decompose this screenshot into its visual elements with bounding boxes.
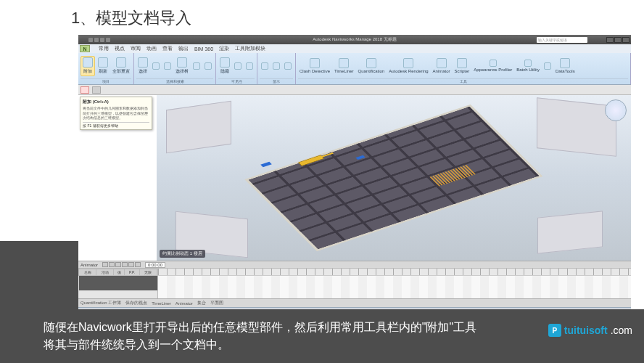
clash-detective-button[interactable]: Clash Detective (298, 57, 331, 74)
panel-tab[interactable]: 平面图 (210, 300, 223, 306)
compare-icon (544, 62, 551, 70)
tooltip-body: 将当前文件中的几何图形和数据添加到当前打开的三维模型，以便创建包含保留层次结构信… (83, 106, 149, 121)
save-selection-button[interactable] (151, 62, 161, 70)
docked-panel-tabs: Quantification 工作簿 保存的视点 TimeLiner Anima… (78, 298, 631, 307)
play-fwd-button[interactable] (128, 262, 134, 267)
btn-label: Autodesk Rendering (389, 69, 428, 73)
animator-tree[interactable]: 名称 活动 循 P.P. 无限 (78, 269, 158, 298)
hide-button[interactable]: 隐藏 (218, 57, 231, 76)
ribbon-tab[interactable]: 视点 (115, 45, 125, 52)
quick-props-button[interactable] (271, 62, 281, 70)
play-play-button[interactable] (122, 262, 128, 267)
appear-icon (490, 60, 497, 67)
col-header[interactable]: 无限 (139, 269, 157, 276)
3d-viewport[interactable]: 约束比例动态 1 楼层 (157, 95, 631, 261)
qat-btn[interactable] (94, 38, 99, 42)
ribbon-tab[interactable]: 审阅 (131, 45, 141, 52)
col-header[interactable]: 活动 (96, 269, 114, 276)
ribbon-tab[interactable]: 渲染 (219, 45, 229, 52)
building-block (537, 211, 603, 254)
play-end-button[interactable] (135, 262, 141, 267)
select-same-button[interactable] (162, 62, 173, 70)
panel-tab[interactable]: 保存的视点 (125, 300, 147, 306)
require-button[interactable] (233, 62, 243, 70)
watermark-logo: P (548, 324, 561, 337)
maximize-button[interactable] (614, 37, 622, 43)
btn-label: 选择 (139, 68, 147, 75)
slide-dark-left-band (0, 241, 78, 309)
links-button[interactable] (260, 62, 270, 70)
animator-timeline[interactable] (158, 269, 631, 298)
ribbon-tab[interactable]: BIM 360 (194, 46, 213, 52)
tooltip-title: 附加 (Ctrl+A) (83, 99, 149, 105)
playback-controls[interactable] (102, 262, 141, 267)
watermark-brand: tuituisoft (564, 325, 608, 336)
panel-tab[interactable]: Animator (176, 301, 193, 306)
group-label: 选择和搜索 (136, 78, 213, 83)
link-icon (261, 62, 268, 70)
quick-access-toolbar[interactable] (88, 38, 110, 42)
ribbon-tab[interactable]: 工具附加模块 (235, 45, 265, 52)
watermark-suffix: .com (611, 325, 632, 336)
properties-button[interactable] (283, 62, 293, 70)
panel-tab[interactable]: 集合 (197, 300, 206, 306)
col-header[interactable]: P.P. (125, 269, 140, 276)
ribbon-tab[interactable]: 查看 (162, 45, 173, 52)
timeline-ruler[interactable] (158, 269, 631, 276)
panel-tab[interactable]: Quantification 工作簿 (80, 300, 121, 306)
reset-all-button[interactable]: 全部重置 (111, 57, 131, 76)
select-button[interactable]: 选择 (136, 57, 149, 76)
help-search-input[interactable]: 输入关键字或短语 (537, 37, 587, 43)
ribbon-tab[interactable]: 动画 (146, 45, 157, 52)
navigation-wheel[interactable] (605, 99, 627, 121)
compare-button[interactable] (542, 62, 553, 70)
group-label: 可见性 (218, 78, 255, 83)
col-header[interactable]: 循 (114, 269, 125, 276)
quantification-button[interactable]: Quantification (356, 57, 386, 74)
qat-btn[interactable] (88, 38, 93, 42)
app-menu-button[interactable]: N (80, 45, 90, 52)
ribbon-tab[interactable]: 常用 (99, 45, 109, 52)
scripter-button[interactable]: Scripter (453, 57, 471, 74)
ribbon-group-tools: Clash Detective TimeLiner Quantification… (296, 53, 631, 84)
qat-btn[interactable] (106, 38, 110, 42)
batch-utility-button[interactable]: Batch Utility (515, 59, 541, 73)
animator-panel-title: Animator (80, 263, 98, 267)
refresh-button[interactable]: 刷新 (96, 57, 110, 76)
play-back-button[interactable] (109, 262, 115, 267)
append-icon (83, 57, 93, 68)
ribbon-tab[interactable]: 输出 (178, 45, 189, 52)
clash-icon (310, 58, 320, 68)
play-rewind-button[interactable] (102, 262, 108, 267)
sets-button[interactable] (191, 62, 202, 70)
ribbon-group-project: 附加 刷新 全部重置 项目 (78, 53, 134, 84)
close-button[interactable] (622, 37, 629, 43)
time-field[interactable]: 0:00.00 (145, 262, 165, 268)
col-header[interactable]: 名称 (79, 269, 96, 276)
site-floor (244, 105, 543, 252)
ribbon-group-visibility: 隐藏 可见性 (216, 53, 257, 84)
qat-btn[interactable] (100, 38, 104, 42)
ribbon: 附加 刷新 全部重置 项目 选择 选择树 选择和搜索 (78, 53, 631, 85)
btn-label: Animator (433, 69, 450, 73)
btn-label: 附加 (83, 68, 92, 75)
hide-icon (220, 57, 230, 68)
animator-button[interactable]: Animator (432, 57, 452, 74)
play-stop-button[interactable] (115, 262, 121, 267)
find-items-button[interactable] (203, 62, 213, 70)
append-button[interactable]: 附加 (80, 56, 95, 76)
panel-tab[interactable]: TimeLiner (152, 301, 170, 306)
timeline-tracks[interactable] (158, 276, 631, 298)
append-tooltip: 附加 (Ctrl+A) 将当前文件中的几何图形和数据添加到当前打开的三维模型，以… (80, 97, 152, 130)
building-block (166, 100, 231, 153)
append-dropdown-button[interactable] (80, 86, 89, 94)
sub-btn[interactable] (92, 86, 101, 94)
datatools-icon (560, 58, 570, 68)
appearance-profiler-button[interactable]: Appearance Profiler (472, 59, 513, 73)
datatools-button[interactable]: DataTools (554, 57, 577, 74)
rendering-button[interactable]: Autodesk Rendering (387, 57, 429, 74)
unhide-button[interactable] (244, 62, 255, 70)
selection-tree-button[interactable]: 选择树 (174, 57, 190, 76)
timeliner-button[interactable]: TimeLiner (333, 57, 355, 74)
minimize-button[interactable] (606, 37, 614, 43)
